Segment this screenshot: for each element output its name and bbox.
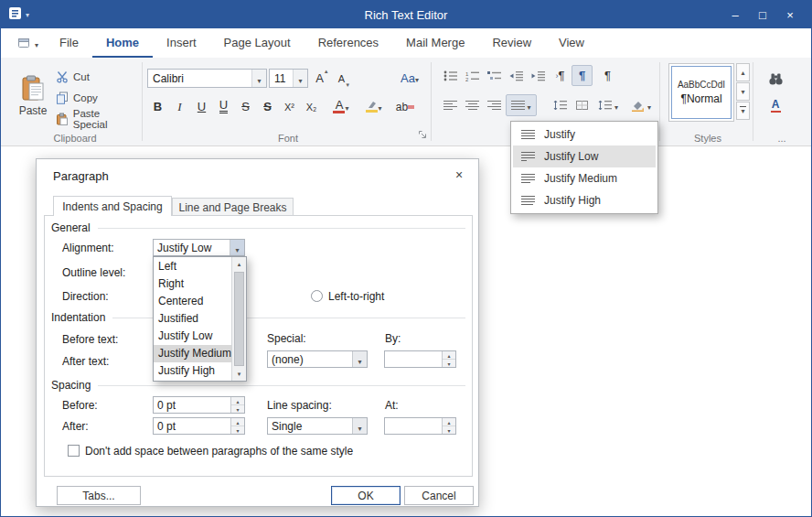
tab-home[interactable]: Home <box>92 28 153 58</box>
menu-item-justify-medium[interactable]: Justify Medium <box>513 167 656 189</box>
multilevel-list-button[interactable] <box>484 65 505 86</box>
line-spacing-combobox[interactable]: Single <box>267 417 368 435</box>
copy-button[interactable]: Copy <box>52 88 140 107</box>
menu-item-justify[interactable]: Justify <box>513 124 656 145</box>
spin-down-icon[interactable] <box>231 405 244 413</box>
tab-references[interactable]: References <box>304 28 392 58</box>
alignment-combobox[interactable]: Justify Low <box>153 239 245 256</box>
cancel-button[interactable]: Cancel <box>404 486 474 505</box>
paragraph-spacing-button[interactable] <box>550 94 571 116</box>
same-style-checkbox[interactable] <box>68 445 80 457</box>
tab-mail-merge[interactable]: Mail Merge <box>392 28 478 58</box>
spin-down-icon[interactable] <box>231 426 244 434</box>
align-center-button[interactable] <box>462 94 483 116</box>
spin-up-icon[interactable] <box>231 418 244 426</box>
increase-indent-button[interactable] <box>528 65 549 86</box>
bold-button[interactable]: B <box>147 96 168 117</box>
justify-icon <box>521 130 535 140</box>
paste-button[interactable]: Paste <box>14 63 52 129</box>
styles-scroll-down-button[interactable] <box>736 82 750 101</box>
spin-down-icon[interactable] <box>443 360 455 367</box>
strikethrough-button[interactable]: S <box>235 96 256 117</box>
paste-special-button[interactable]: Paste Special <box>52 109 140 128</box>
align-right-icon <box>487 101 501 111</box>
at-spin-edit[interactable] <box>384 417 456 435</box>
ribbon-options-button[interactable] <box>10 28 46 58</box>
minimize-button[interactable]: – <box>721 1 749 28</box>
align-right-button[interactable] <box>484 94 505 116</box>
shrink-font-button[interactable]: A▼ <box>334 68 355 89</box>
line-spacing-button[interactable] <box>593 94 623 116</box>
dialog-close-button[interactable]: × <box>451 167 467 183</box>
list-item-justify-low[interactable]: Justify Low <box>154 328 231 345</box>
spin-up-icon[interactable] <box>443 418 455 426</box>
tab-indents-and-spacing[interactable]: Indents and Spacing <box>53 196 172 216</box>
menu-item-justify-low[interactable]: Justify Low <box>513 145 656 167</box>
scroll-down-icon[interactable] <box>232 367 246 381</box>
menu-item-justify-high[interactable]: Justify High <box>513 189 656 211</box>
tab-view[interactable]: View <box>545 28 598 58</box>
highlight-color-button[interactable] <box>359 96 389 117</box>
list-item-right[interactable]: Right <box>154 275 231 293</box>
change-case-button[interactable]: Aa <box>394 68 425 89</box>
ok-button[interactable]: OK <box>331 486 401 505</box>
spin-up-icon[interactable] <box>443 351 455 360</box>
justify-button[interactable] <box>506 94 537 116</box>
spin-up-icon[interactable] <box>231 397 244 405</box>
styles-more-button[interactable] <box>736 102 750 120</box>
double-strikethrough-button[interactable]: S <box>257 96 278 117</box>
before-spin-edit[interactable]: 0 pt <box>153 396 245 414</box>
quick-access-caret-icon[interactable]: ▾ <box>26 11 29 19</box>
tab-page-layout[interactable]: Page Layout <box>210 28 304 58</box>
cut-button[interactable]: Cut <box>52 67 140 86</box>
shading-button[interactable] <box>626 94 656 116</box>
paste-special-icon <box>56 113 69 125</box>
ltr-paragraph-button[interactable]: ›¶ <box>550 65 571 86</box>
general-group-header: General <box>51 221 465 234</box>
numbering-button[interactable]: 12 <box>462 65 483 86</box>
after-spin-edit[interactable]: 0 pt <box>153 417 245 435</box>
tab-file[interactable]: File <box>46 28 92 58</box>
paragraph-mark-button[interactable]: ¶ <box>597 65 618 86</box>
ltr-radio[interactable] <box>311 290 323 302</box>
double-underline-button[interactable]: U <box>213 96 234 117</box>
bullets-button[interactable] <box>440 65 461 86</box>
app-icon[interactable] <box>8 6 22 24</box>
scrollbar-thumb[interactable] <box>234 272 244 366</box>
tab-review[interactable]: Review <box>478 28 545 58</box>
clear-formatting-button[interactable]: ab <box>392 96 418 117</box>
grow-font-button[interactable]: A▲ <box>312 68 333 89</box>
tab-insert[interactable]: Insert <box>153 28 210 58</box>
chevron-down-icon <box>298 70 302 87</box>
subscript-button[interactable]: X₂ <box>301 96 322 117</box>
list-item-left[interactable]: Left <box>154 258 231 275</box>
replace-button[interactable]: A <box>764 94 787 118</box>
borders-button[interactable] <box>572 94 593 116</box>
font-name-combobox[interactable]: Calibri <box>147 69 267 88</box>
underline-button[interactable]: U <box>191 96 212 117</box>
italic-button[interactable]: I <box>169 96 190 117</box>
show-formatting-marks-button[interactable]: ¶ <box>572 65 593 86</box>
tab-line-and-page-breaks[interactable]: Line and Page Breaks <box>172 198 294 216</box>
list-item-justify-high[interactable]: Justify High <box>154 362 231 380</box>
scroll-up-icon[interactable] <box>232 257 246 271</box>
decrease-indent-button[interactable] <box>506 65 527 86</box>
spin-down-icon[interactable] <box>443 426 455 434</box>
list-item-justified[interactable]: Justified <box>154 310 231 328</box>
align-left-button[interactable] <box>440 94 461 116</box>
highlight-icon <box>366 101 378 113</box>
font-size-combobox[interactable]: 11 <box>269 69 308 88</box>
maximize-button[interactable]: □ <box>749 1 776 28</box>
font-color-button[interactable]: A <box>326 96 356 117</box>
tabs-button[interactable]: Tabs... <box>57 486 141 505</box>
find-button[interactable] <box>764 67 787 91</box>
special-combobox[interactable]: (none) <box>267 350 368 368</box>
list-item-justify-medium[interactable]: Justify Medium <box>154 345 231 362</box>
superscript-button[interactable]: X² <box>279 96 300 117</box>
by-spin-edit[interactable] <box>384 350 456 368</box>
style-name: ¶Normal <box>680 92 721 105</box>
close-button[interactable]: × <box>776 1 804 28</box>
styles-scroll-up-button[interactable] <box>736 63 750 81</box>
list-item-centered[interactable]: Centered <box>154 293 231 310</box>
style-item-normal[interactable]: AaBbCcDdI ¶Normal <box>671 66 732 119</box>
